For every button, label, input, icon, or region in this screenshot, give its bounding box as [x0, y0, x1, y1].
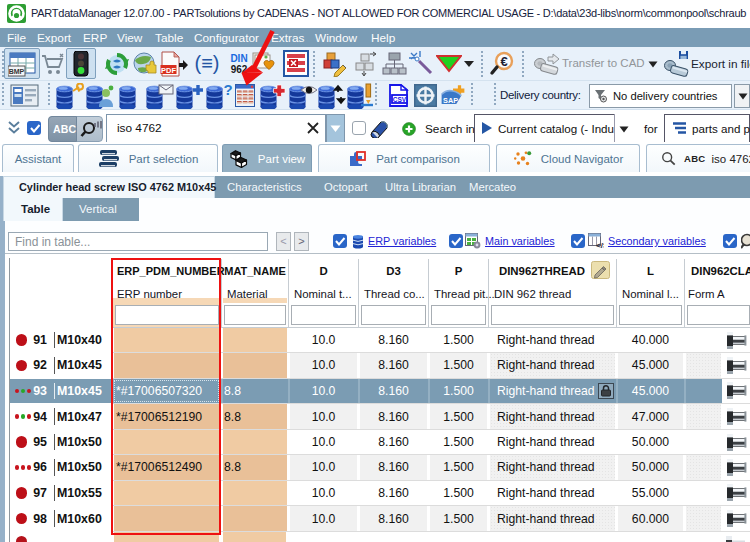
svg-text:CSV: CSV: [393, 96, 407, 103]
svg-text:BMP: BMP: [9, 68, 25, 75]
svg-text:DIN: DIN: [230, 53, 247, 64]
svg-text:</>: </>: [596, 241, 604, 249]
svg-text:€: €: [500, 54, 507, 69]
svg-text:SAP: SAP: [443, 96, 458, 105]
svg-text:PDF: PDF: [161, 66, 176, 75]
svg-text:(≡): (≡): [195, 52, 220, 74]
svg-text:962: 962: [231, 64, 248, 75]
svg-text:?: ?: [223, 83, 232, 98]
